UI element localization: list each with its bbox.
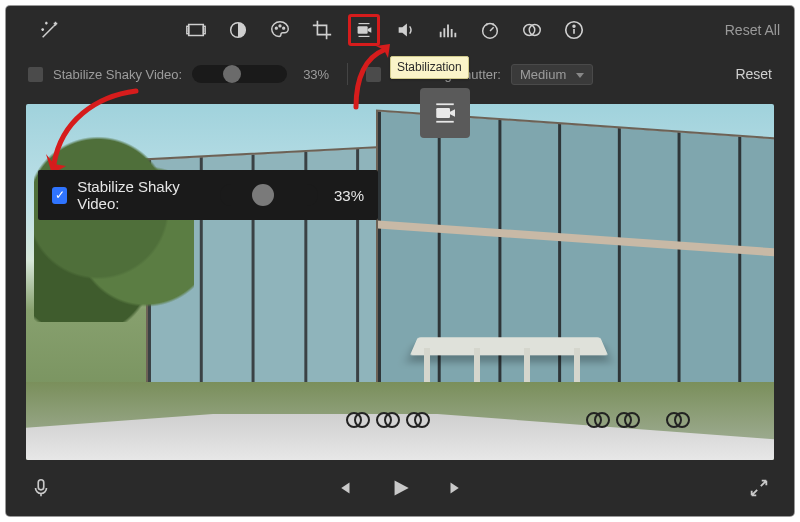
frame-icon[interactable] [180,14,212,46]
svg-point-4 [275,27,277,29]
stabilize-checkbox-checked[interactable]: ✓ [52,187,67,204]
svg-rect-7 [358,26,368,33]
stabilization-icon-callout [420,88,470,138]
imovie-inspector: Reset All Stabilize Shaky Video: 33% Fix… [6,6,794,516]
rolling-shutter-select[interactable]: Medium [511,64,593,85]
play-button[interactable] [387,475,413,501]
svg-point-6 [283,27,285,29]
camera-stabilization-icon[interactable] [348,14,380,46]
volume-icon[interactable] [390,14,422,46]
stabilize-slider-checked[interactable] [220,184,318,206]
stabilize-slider[interactable] [192,65,287,83]
microphone-icon[interactable] [30,477,52,499]
stabilize-label: Stabilize Shaky Video: [53,67,182,82]
expand-icon[interactable] [748,477,770,499]
svg-rect-14 [38,480,44,490]
clip-filter-icon[interactable] [516,14,548,46]
magic-wand-icon[interactable] [34,14,66,46]
stabilize-percent: 33% [303,67,329,82]
rolling-shutter-checkbox[interactable] [366,67,381,82]
stabilization-tooltip: Stabilization [390,56,469,79]
svg-point-12 [573,25,575,27]
contrast-icon[interactable] [222,14,254,46]
svg-point-8 [483,24,498,39]
crop-icon[interactable] [306,14,338,46]
inspector-toolbar: Reset All [6,6,794,54]
reset-all-button[interactable]: Reset All [725,22,780,38]
reset-button[interactable]: Reset [735,66,772,82]
stabilize-checkbox-unchecked[interactable] [28,67,43,82]
settings-divider [347,63,348,85]
stabilize-percent-checked: 33% [334,187,364,204]
stabilize-checked-callout: ✓ Stabilize Shaky Video: 33% [38,170,378,220]
video-preview[interactable] [26,104,774,460]
svg-rect-1 [187,26,189,33]
previous-button[interactable] [333,477,355,499]
palette-icon[interactable] [264,14,296,46]
speed-icon[interactable] [474,14,506,46]
svg-rect-13 [436,108,450,118]
svg-point-5 [279,25,281,27]
info-icon[interactable] [558,14,590,46]
playback-bar [6,460,794,516]
svg-rect-2 [203,26,205,33]
next-button[interactable] [445,477,467,499]
equalizer-icon[interactable] [432,14,464,46]
svg-rect-0 [189,25,204,36]
stabilize-label-checked: Stabilize Shaky Video: [77,178,210,212]
